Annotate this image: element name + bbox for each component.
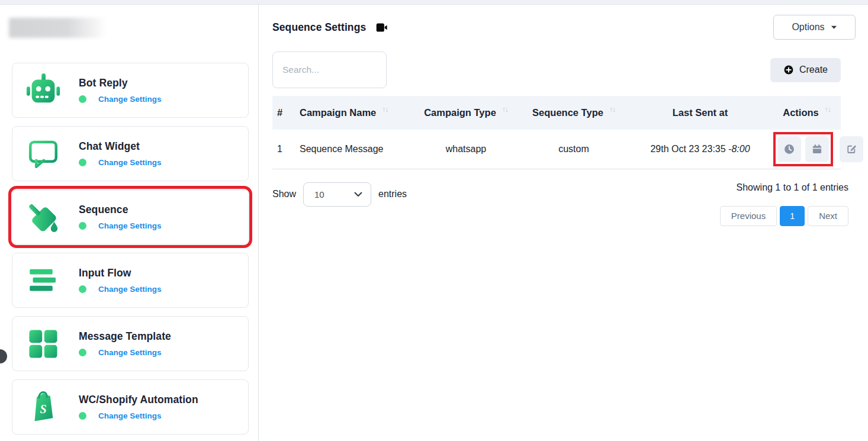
calendar-icon <box>811 143 823 155</box>
show-label: Show <box>272 189 296 199</box>
table-row: 1 Sequence Message whatsapp custom 29th … <box>272 130 841 169</box>
blurred-logo <box>9 18 107 38</box>
column-header-index: # <box>272 96 295 130</box>
highlight-box-actions <box>777 136 829 162</box>
grid-icon <box>24 326 62 362</box>
options-button[interactable]: Options <box>773 15 856 40</box>
sort-icon: ↑↓ <box>382 105 388 114</box>
column-header-label: Actions <box>783 107 819 118</box>
sidebar-card-chat-widget[interactable]: Chat Widget Change Settings <box>12 126 249 181</box>
options-button-label: Options <box>792 22 824 33</box>
main-content: Sequence Settings Options <box>259 5 868 441</box>
sidebar-card-title: Bot Reply <box>79 77 162 89</box>
sidebar-card-sequence[interactable]: Sequence Change Settings <box>12 189 249 244</box>
page-size-value: 10 <box>314 189 324 199</box>
sort-icon: ↑↓ <box>825 105 831 114</box>
page-title: Sequence Settings <box>272 21 366 34</box>
clock-icon <box>783 143 795 155</box>
chevron-down-icon <box>354 192 362 197</box>
edit-button[interactable] <box>840 136 863 162</box>
status-dot <box>79 222 86 230</box>
sidebar-card-title: Input Flow <box>79 267 162 279</box>
sidebar-card-title: Sequence <box>79 204 162 216</box>
change-settings-link[interactable]: Change Settings <box>98 411 162 420</box>
settings-sidebar: Bot Reply Change Settings Chat Widget C <box>0 5 259 441</box>
create-button[interactable]: Create <box>770 58 841 82</box>
shopify-bag-icon: S <box>24 389 62 426</box>
bars-icon <box>24 262 62 299</box>
column-header-label: Campaign Type <box>424 107 496 118</box>
sidebar-card-title: Chat Widget <box>79 140 162 153</box>
last-sent-tz-offset: -8:00 <box>728 144 750 154</box>
paint-bucket-icon <box>24 199 62 236</box>
row-sequence-type: custom <box>520 130 628 169</box>
app-window: Bot Reply Change Settings Chat Widget C <box>0 5 868 441</box>
caret-down-icon <box>831 25 837 30</box>
pagination-next-button[interactable]: Next <box>808 206 848 226</box>
sidebar-card-title: Message Template <box>79 330 171 343</box>
entries-summary: Showing 1 to 1 of 1 entries <box>737 182 848 193</box>
chat-bubble-icon <box>24 136 62 172</box>
column-header-last-sent-at: Last Sent at <box>628 96 773 130</box>
schedule-time-button[interactable] <box>777 136 801 162</box>
create-button-label: Create <box>799 65 828 75</box>
last-sent-datetime: 29th Oct 23 23:35 <box>650 144 728 154</box>
row-campaign-type: whatsapp <box>412 130 520 169</box>
change-settings-link[interactable]: Change Settings <box>98 285 162 294</box>
svg-text:S: S <box>40 402 46 415</box>
edit-icon <box>846 143 857 155</box>
sidebar-card-wc-shopify[interactable]: S WC/Shopify Automation Change Settings <box>12 379 249 434</box>
top-strip <box>0 0 868 5</box>
change-settings-link[interactable]: Change Settings <box>98 348 162 357</box>
status-dot <box>79 95 86 103</box>
pagination: Previous 1 Next <box>720 206 848 226</box>
robot-icon <box>24 72 62 109</box>
status-dot <box>79 412 86 420</box>
video-camera-icon[interactable] <box>375 21 388 34</box>
entries-label: entries <box>378 189 407 199</box>
sidebar-card-input-flow[interactable]: Input Flow Change Settings <box>12 253 249 308</box>
column-header-label: Campaign Name <box>300 107 376 118</box>
column-header-campaign-type[interactable]: Campaign Type↑↓ <box>412 96 520 130</box>
search-input[interactable] <box>272 51 387 88</box>
sort-icon: ↑↓ <box>609 105 615 114</box>
table-header-row: # Campaign Name↑↓ Campaign Type↑↓ Sequen… <box>272 96 841 130</box>
sidebar-card-bot-reply[interactable]: Bot Reply Change Settings <box>12 63 249 118</box>
change-settings-link[interactable]: Change Settings <box>98 158 162 167</box>
status-dot <box>79 349 86 356</box>
change-settings-link[interactable]: Change Settings <box>98 95 162 104</box>
change-settings-link[interactable]: Change Settings <box>98 221 162 230</box>
edge-widget-button[interactable] <box>0 349 7 363</box>
schedule-date-button[interactable] <box>805 136 829 162</box>
row-campaign-name: Sequence Message <box>295 130 412 169</box>
status-dot <box>79 159 86 166</box>
row-last-sent-at: 29th Oct 23 23:35 -8:00 <box>628 130 773 169</box>
sidebar-card-message-template[interactable]: Message Template Change Settings <box>12 316 249 371</box>
column-header-sequence-type[interactable]: Sequence Type↑↓ <box>520 96 628 130</box>
sidebar-card-title: WC/Shopify Automation <box>79 394 198 406</box>
status-dot <box>79 285 86 293</box>
column-header-actions[interactable]: Actions↑↓ <box>773 96 841 130</box>
column-header-label: Sequence Type <box>532 107 603 118</box>
column-header-campaign-name[interactable]: Campaign Name↑↓ <box>295 96 412 130</box>
row-index: 1 <box>272 130 295 169</box>
sequence-table: # Campaign Name↑↓ Campaign Type↑↓ Sequen… <box>272 96 841 169</box>
page-size-select[interactable]: 10 <box>303 182 371 207</box>
pagination-previous-button[interactable]: Previous <box>720 206 777 226</box>
pagination-page-1-button[interactable]: 1 <box>780 206 805 226</box>
sort-icon: ↑↓ <box>502 105 508 114</box>
plus-circle-icon <box>783 65 794 75</box>
row-actions <box>773 130 841 169</box>
